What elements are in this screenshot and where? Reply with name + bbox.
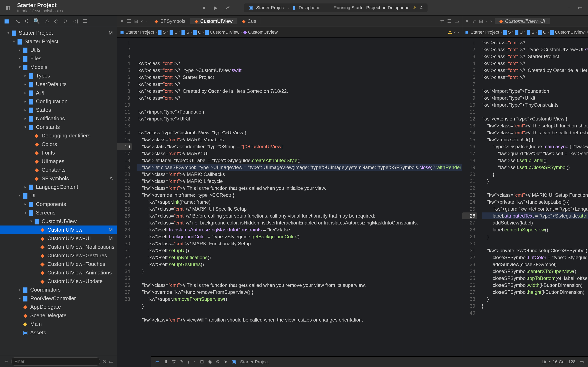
grid-icon[interactable]: ⊞: [134, 18, 138, 24]
tree-item-sfsymbols[interactable]: ◆SFSymbolsA: [0, 174, 117, 183]
line-number[interactable]: 7: [117, 81, 130, 88]
code-line[interactable]: closeSFSymbol.centerXToSuperview(): [482, 268, 588, 275]
code-line[interactable]: "kw">import "type">Foundation: [482, 88, 588, 95]
code-line[interactable]: "kw">guard "kw">let "kw">self = "kw">sel…: [482, 150, 588, 157]
line-number[interactable]: 8: [117, 88, 130, 95]
code-line[interactable]: "kw">class="cmt">// MARK: Callbacks: [137, 171, 462, 178]
code-line[interactable]: "kw">class="cmt">// Created by Oscar de …: [137, 88, 462, 95]
line-number[interactable]: 20: [462, 171, 475, 178]
code-line[interactable]: "kw">class="cmt">// "type">CustomUIView.…: [137, 67, 462, 74]
code-line[interactable]: "kw">class="cmt">// This can be called r…: [482, 129, 588, 136]
code-line[interactable]: "kw">self.setupNotifications(): [137, 254, 462, 261]
code-line[interactable]: "kw">super.init(frame: frame): [137, 199, 462, 206]
code-line[interactable]: "kw">class="cmt">// i.e. background colo…: [137, 219, 462, 226]
chevron-icon[interactable]: ▸: [23, 108, 28, 112]
tree-item-main[interactable]: ◆Main: [0, 320, 117, 328]
line-number[interactable]: 18: [117, 157, 130, 164]
line-number[interactable]: 2: [462, 46, 475, 53]
line-number[interactable]: 4: [117, 60, 130, 67]
code-line[interactable]: "kw">import "type">TinyConstraints: [482, 101, 588, 108]
line-number[interactable]: 37: [117, 289, 130, 296]
code-line[interactable]: "kw">import "type">Foundation: [137, 108, 462, 115]
debug-toggle-icon[interactable]: ▭: [155, 359, 159, 365]
chevron-icon[interactable]: ▸: [23, 99, 28, 104]
step-out-icon[interactable]: ↑: [194, 359, 196, 365]
stop-button[interactable]: ■: [200, 4, 208, 11]
code-line[interactable]: "kw">override init(frame: "type">CGRect)…: [137, 192, 462, 199]
line-number[interactable]: 18: [462, 157, 475, 164]
code-line[interactable]: "kw">class="cmt">//: [482, 60, 588, 67]
code-line[interactable]: [482, 240, 588, 247]
code-line[interactable]: "kw">let label: "type">UILabel = "type">…: [137, 157, 462, 164]
breadcrumb-segment[interactable]: ▇ U: [170, 30, 178, 35]
line-number[interactable]: 13: [462, 122, 475, 129]
left-breadcrumb[interactable]: ▣ Starter Project›▇ S›▇ U›▇ S›▇ C›▇ Cust…: [117, 27, 462, 38]
tree-item-customuiview[interactable]: ◆CustomUIViewM: [0, 225, 117, 234]
breadcrumb-segment[interactable]: ▣ Starter Project: [465, 30, 499, 35]
tab-customuiview-ui[interactable]: ◆ CustomUIView+UI: [495, 18, 550, 24]
line-number[interactable]: 15: [462, 136, 475, 143]
crumb-prev-icon[interactable]: ‹: [454, 30, 456, 35]
chevron-icon[interactable]: ▾: [17, 193, 22, 198]
code-line[interactable]: "kw">private "kw">func setupLabel() {: [482, 199, 588, 206]
line-number[interactable]: 38: [462, 296, 475, 303]
code-line[interactable]: [137, 122, 462, 129]
line-number[interactable]: 25: [117, 206, 130, 212]
code-line[interactable]: [137, 309, 462, 317]
code-line[interactable]: "kw">class="cmt">// Created by Oscar de …: [482, 67, 588, 74]
breadcrumb-segment[interactable]: ▇ CustomUIView: [205, 30, 240, 35]
code-line[interactable]: "kw">class="cmt">// MARK: UI: [137, 150, 462, 157]
code-line[interactable]: "kw">class="cmt">// MARK: Lifecycle: [137, 178, 462, 185]
line-number[interactable]: 14: [117, 129, 130, 136]
canvas-toggle-icon[interactable]: ▭: [580, 359, 584, 365]
step-over-icon[interactable]: ↷: [180, 359, 183, 365]
line-number[interactable]: 36: [117, 282, 130, 289]
report-navigator-icon[interactable]: ☰: [82, 18, 87, 24]
swap-icon[interactable]: ⇄: [440, 18, 444, 24]
right-breadcrumb[interactable]: ▣ Starter Project›▇ S›▇ U›▇ S›▇ C›▇ Cust…: [462, 27, 588, 38]
tree-item-coordinators[interactable]: ▸▇Coordinators: [0, 285, 117, 294]
line-number[interactable]: 21: [462, 178, 475, 185]
code-line[interactable]: [482, 81, 588, 88]
tree-item-rootviewcontroller[interactable]: ▸▇RootViewController: [0, 294, 117, 303]
tree-item-types[interactable]: ▸▇Types: [0, 71, 117, 80]
chevron-icon[interactable]: ▾: [29, 219, 34, 224]
breadcrumb-segment[interactable]: ▇ S: [503, 30, 511, 35]
code-line[interactable]: }: [482, 303, 588, 309]
code-line[interactable]: "kw">private "kw">func setupCloseSFSymbo…: [482, 247, 588, 254]
close-editor-icon[interactable]: ✕: [465, 18, 469, 24]
add-button[interactable]: ＋: [565, 4, 572, 11]
code-line[interactable]: "kw">class="cmt">// MARK: UI Setup Funct…: [482, 192, 588, 199]
code-line[interactable]: [482, 309, 588, 317]
adjust-editor-icon[interactable]: ▭: [454, 18, 459, 24]
line-number[interactable]: 28: [117, 226, 130, 233]
tree-item-constants[interactable]: ◆Constants: [0, 166, 117, 174]
line-number[interactable]: 27: [462, 219, 475, 226]
chevron-icon[interactable]: ▸: [23, 73, 28, 78]
tree-item-utils[interactable]: ▸▇Utils: [0, 46, 117, 54]
tree-item-customuiview-touches[interactable]: ◆CustomUIView+Touches: [0, 260, 117, 268]
line-number[interactable]: 12: [462, 115, 475, 122]
code-line[interactable]: "kw">import "type">UIKit: [482, 95, 588, 101]
code-line[interactable]: "kw">class="cmt">// Starter Project: [137, 74, 462, 81]
chevron-icon[interactable]: ▸: [17, 48, 22, 52]
chevron-icon[interactable]: ▾: [6, 31, 11, 35]
line-number[interactable]: 15: [117, 136, 130, 143]
line-number[interactable]: 4: [462, 60, 475, 67]
issue-navigator-icon[interactable]: ⚠: [45, 18, 49, 24]
chevron-icon[interactable]: ▸: [23, 82, 28, 86]
line-number[interactable]: 34: [462, 268, 475, 275]
breadcrumb-segment[interactable]: ▇ CustomUIView+UI: [550, 30, 588, 35]
line-number[interactable]: 40: [462, 309, 475, 317]
tree-item-assets[interactable]: ▣Assets: [0, 328, 117, 337]
tree-item-screens[interactable]: ▾▇Screens: [0, 208, 117, 217]
related-items-icon[interactable]: ☰: [127, 18, 131, 24]
line-number[interactable]: 7: [462, 81, 475, 88]
code-line[interactable]: "kw">class="cmt">//: [482, 39, 588, 46]
line-number[interactable]: 21: [117, 178, 130, 185]
add-file-button[interactable]: ＋: [3, 358, 9, 365]
line-number[interactable]: 36: [462, 282, 475, 289]
minimap-icon[interactable]: ☰: [447, 18, 452, 24]
chevron-icon[interactable]: ▾: [23, 210, 28, 215]
crumb-next-icon[interactable]: ›: [458, 30, 459, 35]
